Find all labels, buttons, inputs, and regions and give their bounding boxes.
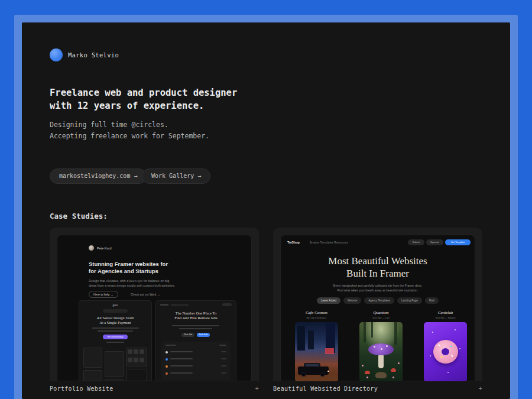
sub-screenshot-design-team: garo All Senior Design Team At a Single … (79, 300, 152, 381)
nav-bar (160, 304, 168, 306)
text-bar (179, 328, 212, 329)
sub-heading: The Number One Place To Find And Hire Re… (155, 311, 236, 320)
mini-desc-line-1: Every handpicked and carefully collected… (280, 283, 475, 288)
mini-cta-link: Check out my Work → (131, 293, 160, 296)
mini-logo: TwShop (287, 241, 300, 244)
mini-description: Every handpicked and carefully collected… (280, 283, 475, 293)
mini-get-template-button: Get Template (445, 239, 471, 245)
caption-row-directory: Beautiful Websited Directory + (273, 385, 482, 392)
filter-pill: Agency Templates (364, 297, 394, 304)
poster-image-mushroom-forest (359, 322, 403, 381)
nav-button (222, 303, 232, 306)
list-item (166, 357, 226, 361)
avatar (50, 48, 63, 61)
poster-title: Quantum (359, 310, 403, 315)
status-text: Designing full time @circles. Accepting … (50, 119, 209, 142)
mini-title: Most Beautiful Websites Built In Framer (280, 255, 475, 280)
mini-cta-pill: Here to help → (89, 291, 118, 298)
work-gallery-button[interactable]: Work Gallery → (142, 168, 210, 184)
thumbnail (105, 351, 124, 377)
poster-subtitle: Visit Site — Bakery (424, 316, 467, 319)
mini-desc-line-1: Design that elevates, with a keen eye fo… (89, 278, 175, 283)
mini-author-name: Pete Kurd (97, 246, 111, 250)
sub-tag-pill (103, 309, 128, 313)
sub-list-panel (161, 342, 231, 379)
thumbnail (83, 370, 102, 381)
sub-screenshot-remote-jobs: The Number One Place To Find And Hire Re… (155, 300, 236, 381)
nav-bar (171, 304, 189, 306)
sub-heading-line-1: All Senior Design Team (79, 316, 152, 320)
email-button[interactable]: markostelvio@hey.com → (50, 168, 147, 184)
thumbnail (126, 369, 147, 381)
section-title: Case Studies: (50, 212, 108, 220)
caption-directory: Beautiful Websited Directory (273, 385, 378, 392)
list-item (166, 371, 226, 375)
poster-subtitle: By City Cinematics (295, 316, 338, 319)
case-card-directory[interactable]: TwShop Browse Templates Resources Submit… (273, 228, 482, 381)
mini-heading-line-1: Stunning Framer websites for (89, 261, 168, 268)
mini-description: Design that elevates, with a keen eye fo… (89, 278, 175, 288)
poster-subtitle: Visit Site — Live (359, 316, 403, 319)
filter-pill: Landing Page (397, 297, 422, 304)
sub-heading-line-1: The Number One Place To (155, 311, 236, 316)
thumbnail (105, 379, 124, 381)
mini-submit-button: Submit (408, 239, 424, 245)
headline-line-1: Freelance web and product designer (50, 86, 237, 99)
poster-title: Cafe Cosmos (295, 310, 338, 315)
mini-sponsor-button: Sponsor (426, 239, 443, 245)
mini-nav-links: Browse Templates Resources (310, 241, 348, 244)
list-item (166, 364, 226, 368)
sub-blue-button: Find Jobs (197, 333, 210, 337)
text-bar (219, 345, 226, 346)
thumbnail (83, 348, 102, 368)
mini-title-line-2: Built In Framer (280, 267, 475, 280)
mini-avatar (89, 245, 94, 251)
sub-heading-line-2: At a Single Payment (79, 320, 152, 325)
sub-purple-button: Get started today (103, 335, 128, 339)
expand-directory-button[interactable]: + (479, 385, 482, 392)
headline-line-2: with 12 years of experience. (50, 99, 237, 112)
sub-heading: All Senior Design Team At a Single Payme… (79, 316, 152, 325)
poster-quantum: Quantum Visit Site — Live (359, 310, 403, 381)
caption-row-portfolio: Portfolio Website + (50, 385, 259, 392)
portfolio-screenshot: Pete Kurd Stunning Framer websites for f… (57, 235, 252, 381)
caption-portfolio-website: Portfolio Website (50, 385, 113, 392)
headline: Freelance web and product designer with … (50, 86, 237, 112)
filter-pill: Multi (425, 297, 439, 304)
text-bar (166, 345, 176, 346)
poster-image-donut (424, 322, 467, 381)
filter-pill: Latest Added (317, 297, 340, 304)
main-panel: Marko Stelvio Freelance web and product … (22, 22, 510, 399)
filter-pill: Website (343, 297, 361, 304)
status-line-1: Designing full time @circles. (50, 119, 209, 131)
screen: Marko Stelvio Freelance web and product … (0, 0, 532, 399)
text-bar (92, 327, 139, 329)
text-bar (98, 330, 133, 332)
text-bar (172, 325, 219, 326)
sub-dark-button: Post Job (181, 333, 194, 337)
mini-desc-line-2: Find what takes your breath away as beau… (280, 288, 475, 293)
sub-heading-line-2: Find And Hire Remote Jobs (155, 316, 236, 320)
icon-grid-thumbnail (126, 348, 147, 366)
list-item (166, 350, 226, 354)
sub-brand: garo (79, 304, 152, 307)
poster-title: Genielab (424, 310, 467, 315)
poster-image-city-night (295, 322, 338, 381)
mini-desc-line-2: ideas from a smart design studio with cu… (89, 283, 175, 288)
text-bar (106, 342, 124, 343)
expand-portfolio-button[interactable]: + (255, 385, 259, 392)
status-line-2: Accepting freelance work for September. (50, 131, 209, 142)
mini-heading: Stunning Framer websites for for Agencie… (89, 261, 168, 275)
poster-genielab: Genielab Visit Site — Bakery (424, 310, 467, 381)
profile-name: Marko Stelvio (68, 51, 119, 59)
mini-heading-line-2: for Agencies and Startups (89, 268, 168, 275)
poster-cafe-cosmos: Cafe Cosmos By City Cinematics (295, 310, 338, 381)
case-card-portfolio[interactable]: Pete Kurd Stunning Framer websites for f… (50, 228, 259, 381)
directory-screenshot: TwShop Browse Templates Resources Submit… (280, 235, 475, 381)
mini-filter-row: Latest Added Website Agency Templates La… (280, 297, 475, 304)
mini-title-line-1: Most Beautiful Websites (280, 255, 475, 267)
